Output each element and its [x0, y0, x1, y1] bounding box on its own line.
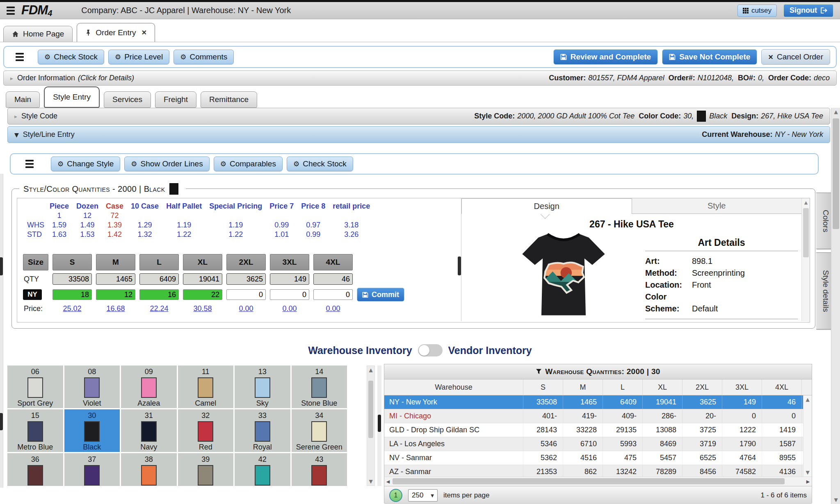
tab-services[interactable]: Services	[104, 91, 151, 108]
column-l[interactable]: L	[603, 379, 643, 395]
order-qty-field[interactable]	[183, 289, 222, 300]
color-cell[interactable]: 37Purple	[64, 453, 120, 486]
color-cell-selected[interactable]: 30Black	[64, 409, 120, 452]
color-cell[interactable]: 13Sky	[235, 366, 290, 408]
order-qty-field[interactable]	[96, 289, 135, 300]
tab-style[interactable]: Style	[632, 198, 802, 214]
table-row[interactable]: GLD - Drop Ship Gildan SC 28143332282913…	[384, 423, 812, 437]
column-2xl[interactable]: 2XL	[682, 379, 722, 395]
column-3xl[interactable]: 3XL	[722, 379, 762, 395]
change-style-button[interactable]: ⚙Change Style	[51, 157, 120, 171]
scrollbar-thumb[interactable]	[368, 381, 373, 438]
comparables-button[interactable]: ⚙Comparables	[214, 157, 283, 171]
tab-order-entry[interactable]: Order Entry ×	[77, 23, 155, 42]
available-qty-field[interactable]	[139, 273, 179, 285]
table-row[interactable]: LA - Los Angeles 53466710599384693719179…	[384, 437, 812, 451]
available-qty-field[interactable]	[270, 273, 309, 285]
price-link[interactable]: 0.00	[270, 304, 309, 313]
column-warehouse[interactable]: Warehouse	[384, 379, 523, 395]
available-qty-field[interactable]	[96, 273, 135, 285]
check-stock-button[interactable]: ⚙Check Stock	[38, 50, 104, 64]
order-qty-field[interactable]	[52, 289, 92, 300]
table-row-selected[interactable]: NY - New York 33508146564091904136251494…	[384, 395, 812, 409]
signout-button[interactable]: Signout	[783, 4, 833, 17]
color-cell[interactable]: 14Stone Blue	[292, 366, 347, 408]
table-row[interactable]: NV - Sanmar 536245164755457652547648955	[384, 451, 812, 465]
design-scrollbar[interactable]: ▲	[801, 198, 810, 321]
price-link[interactable]: 0.00	[226, 304, 266, 313]
color-cell[interactable]: 11Camel	[178, 366, 234, 408]
show-order-lines-button[interactable]: ⚙Show Order Lines	[124, 157, 209, 171]
tab-main[interactable]: Main	[6, 91, 40, 108]
inventory-toggle-switch[interactable]	[418, 344, 443, 356]
order-qty-field[interactable]	[226, 289, 266, 300]
scroll-up-icon[interactable]: ▲	[367, 366, 374, 374]
save-not-complete-button[interactable]: Save Not Complete	[662, 49, 757, 65]
tab-freight[interactable]: Freight	[155, 91, 196, 108]
cancel-order-button[interactable]: ×Cancel Order	[761, 49, 830, 65]
color-cell[interactable]: 43Cardinal	[292, 453, 347, 486]
color-cell[interactable]: 32Red	[178, 409, 234, 452]
color-cell[interactable]: 15Metro Blue	[7, 409, 63, 452]
scroll-down-icon[interactable]: ▼	[367, 477, 374, 486]
scrollbar-thumb[interactable]	[833, 118, 839, 229]
price-link[interactable]: 16.68	[96, 304, 135, 313]
order-information-bar[interactable]: ▸ Order Information (Click for Details) …	[3, 70, 837, 86]
close-tab-icon[interactable]: ×	[142, 28, 147, 37]
column-s[interactable]: S	[523, 379, 563, 395]
price-level-button[interactable]: ⚙Price Level	[108, 50, 169, 64]
style-line-entry-bar[interactable]: ▼ Style/Line Entry Current Warehouse: NY…	[7, 126, 830, 143]
scroll-down-icon[interactable]: ▼	[803, 468, 812, 477]
color-cell[interactable]: 33Royal	[235, 409, 290, 452]
column-m[interactable]: M	[563, 379, 603, 395]
splitter-handle[interactable]	[0, 257, 3, 275]
color-cell[interactable]: 31Navy	[121, 409, 177, 452]
scroll-left-icon[interactable]: ◀	[384, 479, 392, 484]
price-link[interactable]: 25.02	[52, 304, 92, 313]
scroll-right-icon[interactable]: ▶	[804, 479, 812, 484]
order-qty-field[interactable]	[270, 289, 309, 300]
menu-hamburger-icon[interactable]	[7, 7, 15, 15]
color-cell[interactable]: 38Orange	[121, 453, 177, 486]
color-cell[interactable]: 39Prairie Dust	[178, 453, 234, 486]
tab-home-page[interactable]: Home Page	[3, 26, 73, 42]
table-row[interactable]: MI - Chicago 401-419-409-286-20-00	[384, 409, 812, 423]
available-qty-field[interactable]	[52, 273, 92, 285]
page-size-select[interactable]: 250▼	[408, 489, 438, 502]
price-link[interactable]: 30.58	[183, 304, 222, 313]
column-4xl[interactable]: 4XL	[762, 379, 802, 395]
splitter-handle[interactable]	[0, 413, 3, 430]
comments-button[interactable]: ⚙Comments	[173, 50, 234, 64]
available-qty-field[interactable]	[226, 273, 266, 285]
style-code-bar[interactable]: ▸ Style Code Style Code: 2000, 2000 GD A…	[7, 108, 830, 125]
toggle-knob[interactable]	[419, 345, 429, 356]
color-grid-scrollbar[interactable]: ▲ ▼	[367, 366, 375, 486]
color-cell[interactable]: 34Serene Green	[292, 409, 347, 452]
page-scrollbar[interactable]: ▲ ▼	[831, 108, 840, 504]
review-and-complete-button[interactable]: Review and Complete	[553, 49, 658, 65]
available-qty-field[interactable]	[313, 273, 353, 285]
order-qty-field[interactable]	[313, 289, 353, 300]
scroll-up-icon[interactable]: ▲	[831, 108, 840, 116]
splitter-handle[interactable]	[378, 415, 381, 432]
user-menu-button[interactable]: cutsey	[737, 5, 777, 17]
available-qty-field[interactable]	[183, 273, 222, 285]
price-link[interactable]: 0.00	[313, 304, 353, 313]
tab-style-entry[interactable]: Style Entry	[44, 86, 100, 108]
color-cell[interactable]: 42Jade Dome	[235, 453, 290, 486]
color-cell[interactable]: 08Violet	[64, 366, 120, 408]
price-link[interactable]: 22.24	[139, 304, 179, 313]
order-qty-field[interactable]	[139, 289, 179, 300]
scroll-down-icon[interactable]: ▼	[831, 496, 840, 504]
color-cell[interactable]: 36Maroon	[7, 453, 63, 486]
scrollbar-thumb[interactable]	[393, 478, 785, 484]
scrollbar-thumb[interactable]	[803, 208, 809, 257]
table-horizontal-scrollbar[interactable]: ◀ ▶	[384, 477, 812, 486]
commit-button[interactable]: Commit	[357, 288, 404, 302]
toolbar-hamburger-icon[interactable]	[16, 53, 24, 61]
line-check-stock-button[interactable]: ⚙Check Stock	[287, 157, 353, 171]
tab-remittance[interactable]: Remittance	[201, 91, 257, 108]
color-cell[interactable]: 06Sport Grey	[7, 366, 63, 408]
panel-splitter-handle[interactable]	[458, 257, 461, 275]
column-xl[interactable]: XL	[643, 379, 682, 395]
